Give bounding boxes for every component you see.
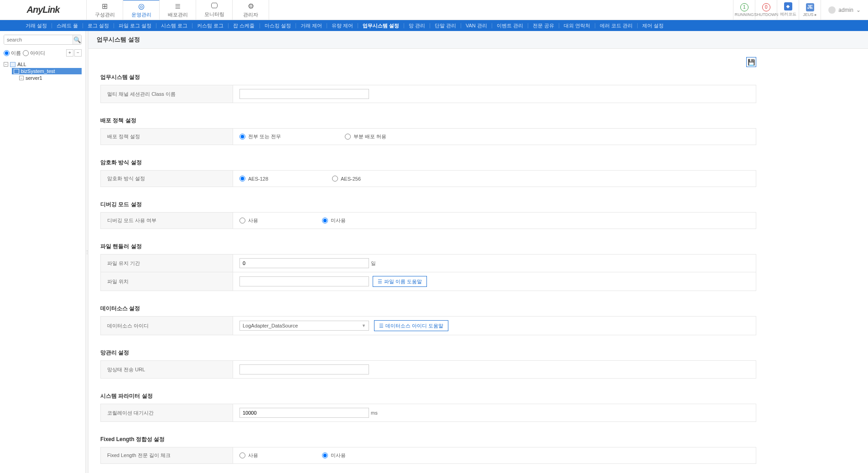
subnav-item[interactable]: 전문 공유 — [528, 23, 559, 28]
crypto-opt1[interactable]: AES-128 — [239, 176, 268, 182]
tree-selected-label: bizSystem_test — [21, 68, 55, 74]
section-debug: 디버깅 모드 설정 디버깅 모드 사용 여부 사용 미사용 — [100, 201, 756, 229]
search-button[interactable]: 🔍 — [73, 35, 81, 44]
help-icon: ☰ — [378, 279, 382, 285]
tab-operation[interactable]: ◎운영관리 — [123, 0, 160, 20]
tab-label: 모니터링 — [204, 11, 224, 18]
tree-toggle-icon[interactable]: − — [4, 62, 8, 67]
deploy-opt1[interactable]: 전부 또는 전무 — [239, 133, 281, 140]
subnav-item[interactable]: 이벤트 관리 — [492, 23, 528, 28]
avatar-icon — [828, 6, 836, 14]
radio-id-input[interactable] — [23, 50, 29, 56]
radio-id[interactable]: 아이디 — [23, 50, 45, 57]
subnav-item[interactable]: 잡 스케줄 — [229, 23, 260, 28]
section-title: 배포 정책 설정 — [100, 117, 756, 125]
fixed-opt2-input[interactable] — [322, 452, 328, 458]
crypto-opt2-input[interactable] — [332, 176, 338, 182]
tab-admin[interactable]: ⚙관리자 — [233, 0, 269, 20]
tree-mode-row: 이름 아이디 + − — [0, 47, 85, 59]
fixed-opt2[interactable]: 미사용 — [322, 452, 346, 459]
section-title: 업무시스템 설정 — [100, 73, 756, 81]
class-name-input[interactable] — [239, 89, 369, 99]
subnav-item[interactable]: 망 관리 — [404, 23, 430, 28]
radio-name-input[interactable] — [4, 50, 10, 56]
tab-monitor[interactable]: 🖵모니터링 — [196, 0, 233, 20]
subnav-item[interactable]: 에러 코드 관리 — [595, 23, 638, 28]
subnav-item[interactable]: 단말 관리 — [430, 23, 461, 28]
collapse-all-button[interactable]: − — [74, 49, 82, 57]
subnav-item[interactable]: 커스텀 로그 — [192, 23, 229, 28]
page-title: 업무시스템 설정 — [88, 31, 868, 49]
jeus-icon: JE — [806, 3, 814, 11]
subnav-item[interactable]: 스레드 풀 — [52, 23, 83, 28]
debug-opt2-input[interactable] — [322, 218, 328, 224]
fixed-opt2-label: 미사용 — [331, 452, 346, 459]
radio-name[interactable]: 이름 — [4, 50, 21, 57]
sidebar: 🔍 이름 아이디 + − −ALL bizSystem_test −server… — [0, 31, 86, 473]
subnav-item[interactable]: 로그 설정 — [83, 23, 114, 28]
running-button[interactable]: 1RUNNING — [733, 0, 755, 20]
user-menu[interactable]: admin⌄ — [821, 0, 868, 20]
ds-help-button[interactable]: ☰데이터소스 아이디 도움말 — [374, 320, 448, 331]
section-title: 시스템 파라미터 설정 — [100, 392, 756, 400]
field-label: 망상태 전송 URL — [101, 361, 233, 379]
tab-deploy[interactable]: ≣배포관리 — [160, 0, 196, 20]
section-fixed: Fixed Length 정합성 설정 Fixed Length 전문 길이 체… — [100, 436, 756, 464]
suffix-label: ms — [371, 410, 378, 416]
file-loc-input[interactable] — [239, 276, 369, 286]
save-icon: 💾 — [748, 59, 755, 66]
correlation-wait-input[interactable] — [239, 408, 369, 418]
subnav-item[interactable]: 파일 로그 설정 — [114, 23, 156, 28]
shutdown-button[interactable]: 0SHUTDOWN — [755, 0, 777, 20]
field-label: 암호화 방식 설정 — [101, 171, 233, 187]
search-input[interactable] — [4, 35, 73, 44]
subnav-item[interactable]: 거래 제어 — [296, 23, 327, 28]
jeus-button[interactable]: JEJEUS ▸ — [799, 0, 821, 20]
gear-icon: ⚙ — [248, 2, 254, 10]
folder-icon — [14, 69, 19, 74]
subnav-item[interactable]: 유량 제어 — [327, 23, 358, 28]
tab-config[interactable]: ⊞구성관리 — [87, 0, 123, 20]
help-button-label: 데이터소스 아이디 도움말 — [385, 322, 443, 329]
save-button[interactable]: 💾 — [746, 57, 756, 67]
section-sysparam: 시스템 파라미터 설정 코릴레이션 대기시간 ms — [100, 392, 756, 422]
fixed-opt1[interactable]: 사용 — [239, 452, 258, 459]
file-keep-input[interactable] — [239, 258, 369, 268]
subnav-item[interactable]: 제어 설정 — [638, 23, 668, 28]
deploy-opt2-label: 부분 배포 허용 — [353, 133, 386, 140]
expand-all-button[interactable]: + — [66, 49, 73, 57]
field-label: 디버깅 모드 사용 여부 — [101, 213, 233, 229]
section-bizsys: 업무시스템 설정 멀티 채널 세션관리 Class 이름 — [100, 73, 756, 103]
tree-node-child[interactable]: −server1 — [4, 75, 82, 81]
deploy-opt2-input[interactable] — [345, 134, 351, 140]
section-crypto: 암호화 방식 설정 암호화 방식 설정 AES-128 AES-256 — [100, 159, 756, 187]
subnav-item[interactable]: 시스템 로그 — [156, 23, 192, 28]
logo: AnyLink — [0, 0, 87, 20]
subnav-item-active[interactable]: 업무시스템 설정 — [358, 23, 404, 28]
crypto-opt2[interactable]: AES-256 — [332, 176, 361, 182]
deploy-opt2[interactable]: 부분 배포 허용 — [345, 133, 386, 140]
subnav-item[interactable]: 거래 설정 — [21, 23, 52, 28]
tree-toggle-icon[interactable]: − — [19, 76, 24, 80]
datasource-select[interactable]: LogAdapter_DataSource▼ — [239, 321, 369, 331]
fixed-opt1-input[interactable] — [239, 452, 245, 458]
subnav-item[interactable]: VAN 관리 — [461, 23, 492, 28]
section-title: 디버깅 모드 설정 — [100, 201, 756, 208]
datasource-value: LogAdapter_DataSource — [243, 323, 298, 328]
debug-opt1-input[interactable] — [239, 218, 245, 224]
debug-opt1[interactable]: 사용 — [239, 217, 258, 224]
tree-node-selected[interactable]: bizSystem_test — [4, 68, 82, 75]
running-icon: 1 — [740, 3, 748, 11]
debug-opt1-label: 사용 — [248, 217, 258, 224]
subnav-item[interactable]: 마스킹 설정 — [260, 23, 296, 28]
chevron-down-icon: ▼ — [362, 323, 366, 328]
debug-opt2[interactable]: 미사용 — [322, 217, 346, 224]
errorcode-button[interactable]: ❖에러코드 — [777, 0, 799, 20]
crypto-opt1-input[interactable] — [239, 176, 245, 182]
subnav-item[interactable]: 대외 연락처 — [559, 23, 595, 28]
file-help-button[interactable]: ☰파일 이름 도움말 — [373, 276, 427, 287]
deploy-opt1-input[interactable] — [239, 134, 245, 140]
section-title: 데이터소스 설정 — [100, 305, 756, 312]
tree-root[interactable]: −ALL — [4, 61, 82, 68]
net-url-input[interactable] — [239, 364, 369, 374]
